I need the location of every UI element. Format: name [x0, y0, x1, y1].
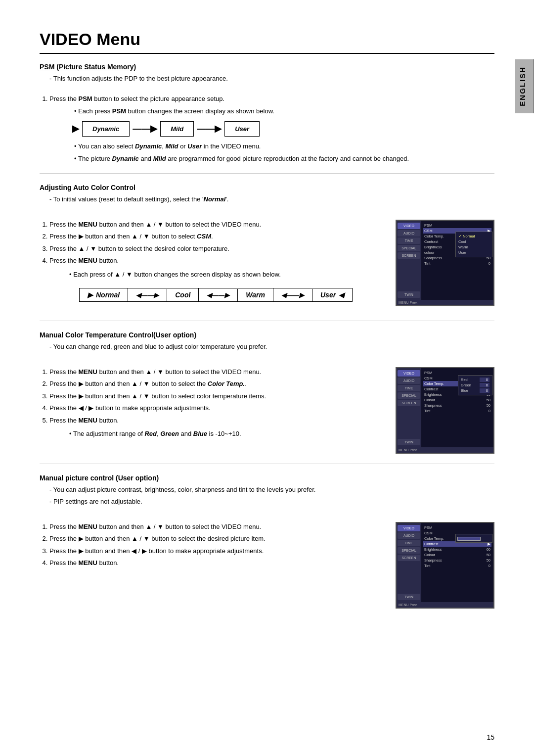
osd1-sub-normal: ✓ Normal	[457, 234, 490, 239]
osd1-bottom: MENU Prev.	[397, 300, 493, 305]
osd2-bottom: MENU Prev.	[397, 447, 493, 453]
manual-color-steps: Press the MENU button and then ▲ / ▼ but…	[49, 367, 386, 425]
page-title: VIDEO Menu	[40, 30, 494, 54]
autocolor-intro: - To initial values (reset to default se…	[49, 194, 494, 204]
osd3-time: TIME	[398, 540, 420, 546]
ctemp-arrows2: ◀——▶	[199, 289, 238, 301]
side-tab-label: ENGLISH	[518, 66, 527, 106]
psm-step1: Press the PSM button to select the pictu…	[49, 94, 494, 164]
osd3-brightness: Brightness 60	[423, 547, 491, 552]
osd2-inner: VIDEO AUDIO TIME SPECIAL SCREEN TWIN PSM…	[397, 368, 493, 447]
osd2-sharpness: Sharpness 50	[423, 403, 491, 408]
mp-step1: Press the MENU button and then ▲ / ▼ but…	[49, 522, 386, 532]
osd1-sidebar: VIDEO AUDIO TIME SPECIAL SCREEN TWIN	[397, 221, 421, 300]
osd1-sub-cool: Cool	[457, 239, 490, 244]
osd1-inner: VIDEO AUDIO TIME SPECIAL SCREEN TWIN PSM…	[397, 221, 493, 300]
osd3-twin: TWIN	[398, 594, 420, 600]
mp-step2: Press the ▶ button and then ▲ / ▼ button…	[49, 534, 386, 544]
osd3-screen: VIDEO AUDIO TIME SPECIAL SCREEN TWIN PSM…	[396, 522, 494, 609]
osd2-main: PSM CSM Color Temp. ▶ Contrast 100 Brigh…	[421, 368, 493, 447]
ctemp-arrows3: ◀——▶	[273, 289, 312, 301]
osd2-container: VIDEO AUDIO TIME SPECIAL SCREEN TWIN PSM…	[396, 367, 494, 454]
osd3-sharpness: Sharpness 50	[423, 558, 491, 563]
osd2-twin: TWIN	[398, 439, 420, 445]
osd2-video: VIDEO	[398, 370, 420, 377]
osd2-tint: Tint 0	[423, 408, 491, 414]
osd1-time: TIME	[398, 237, 420, 244]
autocolor-bullet: Each press of ▲ / ▼ button changes the s…	[69, 270, 386, 280]
psm-flow: ▶ Dynamic ——▶ Mild ——▶ User	[69, 121, 494, 137]
autocolor-section: Adjusting Auto Color Control - To initia…	[40, 184, 494, 311]
mp-step4: Press the MENU button.	[49, 558, 386, 568]
ctemp-warm: Warm	[238, 288, 273, 301]
manual-picture-text: Press the MENU button and then ▲ / ▼ but…	[40, 522, 386, 570]
osd1-tint: Tint 0	[423, 261, 491, 266]
autocolor-step4: Press the MENU button.	[49, 256, 386, 266]
osd3-container: VIDEO AUDIO TIME SPECIAL SCREEN TWIN PSM…	[396, 522, 494, 609]
mp-intro2: - PIP settings are not adjustable.	[49, 497, 494, 507]
autocolor-step2: Press the ▶ button and then ▲ / ▼ button…	[49, 232, 386, 241]
manual-color-text: Press the MENU button and then ▲ / ▼ but…	[40, 367, 386, 441]
psm-bullet2b: The picture Dynamic and Mild are program…	[74, 154, 494, 164]
osd3-special: SPECIAL	[398, 547, 420, 554]
ctemp-cool: Cool	[167, 288, 199, 301]
manual-color-section: Manual Color Temperature Control(User op…	[40, 331, 494, 454]
page-container: ENGLISH VIDEO Menu PSM (Picture Status M…	[0, 0, 534, 756]
psm-section: PSM (Picture Status Memory) - This funct…	[40, 63, 494, 163]
osd2-colour: Colour 50	[423, 397, 491, 403]
osd2-audio: AUDIO	[398, 378, 420, 384]
mp-step3: Press the ▶ button and then ◀ / ▶ button…	[49, 546, 386, 556]
osd3-inner: VIDEO AUDIO TIME SPECIAL SCREEN TWIN PSM…	[397, 523, 493, 602]
osd1-submenu: ✓ Normal Cool Warm User	[455, 232, 492, 257]
psm-intro: - This function adjusts the PDP to the b…	[49, 74, 494, 84]
osd2-special: SPECIAL	[398, 392, 420, 399]
mc-step5: Press the MENU button.	[49, 416, 386, 425]
osd1-main: PSM CSM ▶ Color Temp. Contrast 100 Brigh…	[421, 221, 493, 300]
osd1-twin: TWIN	[398, 291, 420, 298]
page-number: 15	[487, 733, 494, 741]
manual-color-content: Press the MENU button and then ▲ / ▼ but…	[40, 367, 494, 454]
psm-box-user: User	[224, 121, 260, 137]
mc-step1: Press the MENU button and then ▲ / ▼ but…	[49, 367, 386, 377]
osd1-container: VIDEO AUDIO TIME SPECIAL SCREEN TWIN PSM…	[396, 220, 494, 306]
osd1-screen: SCREEN	[398, 252, 420, 259]
osd2-screen: SCREEN	[398, 400, 420, 406]
osd3-colour: Colour 50	[423, 552, 491, 558]
divider1	[40, 173, 494, 174]
autocolor-header: Adjusting Auto Color Control	[40, 184, 494, 191]
osd3-psm: PSM	[423, 525, 491, 530]
osd1-sub-warm: Warm	[457, 244, 490, 250]
ctemp-normal: ▶ Normal	[80, 288, 128, 301]
osd3-audio: AUDIO	[398, 532, 420, 539]
ctemp-arrows1: ◀——▶	[128, 289, 167, 301]
osd3-bottom: MENU Prev.	[397, 602, 493, 608]
ctemp-flow: ▶ Normal ◀——▶ Cool ◀——▶ Warm	[59, 283, 386, 307]
mp-intro1: - You can adjust picture contrast, brigh…	[49, 485, 494, 495]
osd2-green-row: Green 0	[460, 382, 490, 388]
psm-arrow2: ——▶	[133, 122, 157, 136]
osd2-sidebar: VIDEO AUDIO TIME SPECIAL SCREEN TWIN	[397, 368, 421, 447]
osd3-tint: Tint 0	[423, 563, 491, 568]
divider3	[40, 464, 494, 464]
autocolor-text: Press the MENU button and then ▲ / ▼ but…	[40, 220, 386, 311]
osd3-main: PSM CSM Color Temp. Contrast ▶ Brightnes…	[421, 523, 493, 602]
autocolor-step1: Press the MENU button and then ▲ / ▼ but…	[49, 220, 386, 230]
osd1-special: SPECIAL	[398, 245, 420, 251]
osd3-bar	[457, 537, 481, 541]
mc-step3: Press the ▶ button and then ▲ / ▼ button…	[49, 391, 386, 401]
side-tab: ENGLISH	[515, 59, 534, 113]
osd1-sub-user: User	[457, 250, 490, 255]
osd1-screen: VIDEO AUDIO TIME SPECIAL SCREEN TWIN PSM…	[396, 220, 494, 306]
osd1-psm: PSM	[423, 223, 491, 228]
osd2-screen: VIDEO AUDIO TIME SPECIAL SCREEN TWIN PSM…	[396, 367, 494, 454]
autocolor-steps: Press the MENU button and then ▲ / ▼ but…	[49, 220, 386, 266]
osd1-video: VIDEO	[398, 223, 420, 229]
manual-color-header: Manual Color Temperature Control(User op…	[40, 331, 494, 339]
mc-step4: Press the ◀ / ▶ button to make appropria…	[49, 403, 386, 413]
ctemp-flow-wrapper: ▶ Normal ◀——▶ Cool ◀——▶ Warm	[79, 288, 353, 302]
psm-box-dynamic: Dynamic	[82, 121, 130, 137]
manual-picture-section: Manual picture control (User option) - Y…	[40, 474, 494, 609]
psm-header: PSM (Picture Status Memory)	[40, 63, 494, 71]
osd2-red-row: Red 0	[460, 377, 490, 382]
psm-bullet1: Each press PSM button changes the screen…	[74, 106, 494, 116]
